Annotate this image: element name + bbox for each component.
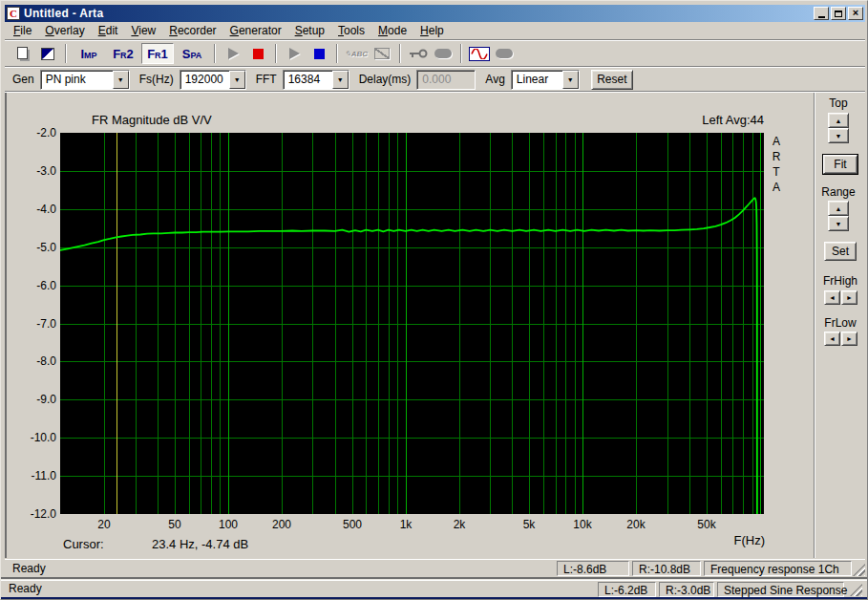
fr2-mode-button[interactable]: Fr2: [107, 43, 139, 64]
impulse-mode-button[interactable]: Imp: [73, 43, 105, 64]
resize-grip[interactable]: [853, 564, 865, 576]
top-label: Top: [814, 96, 863, 110]
chevron-down-icon[interactable]: ▼: [229, 71, 245, 89]
menu-generator[interactable]: Generator: [223, 22, 288, 39]
y-tick-label: -8.0: [16, 354, 56, 368]
range-label: Range: [814, 185, 863, 199]
menu-setup[interactable]: Setup: [288, 22, 331, 39]
generator-value: PN pink: [41, 71, 90, 89]
range-down-button[interactable]: ▼: [828, 216, 849, 231]
color-mode-icon: [41, 48, 54, 60]
close-icon: ×: [853, 8, 858, 18]
minimize-icon: [818, 16, 825, 18]
calibration-button[interactable]: [407, 43, 430, 64]
menu-recorder[interactable]: Recorder: [162, 22, 222, 39]
resize-grip[interactable]: [850, 584, 862, 596]
menu-tools[interactable]: Tools: [331, 22, 371, 39]
y-tick-label: -4.0: [16, 203, 56, 216]
fs-label: Fs(Hz): [139, 73, 174, 86]
level-meter-button[interactable]: [432, 43, 455, 64]
toolbar-separator: [460, 44, 462, 63]
menu-overlay[interactable]: Overlay: [38, 22, 91, 39]
record-icon: [253, 49, 264, 59]
divider: [5, 91, 865, 93]
frlow-increase-button[interactable]: ►: [841, 332, 857, 346]
new-document-button[interactable]: [11, 43, 34, 64]
background-window-status-bar: Ready L:-6.2dB R:-3.0dB Stepped Sine Res…: [1, 580, 868, 597]
stop-generator-button[interactable]: [307, 43, 330, 64]
right-level-panel: R:-10.8dB: [632, 561, 701, 576]
frhigh-decrease-button[interactable]: ◄: [824, 290, 840, 305]
x-tick-label: 500: [331, 518, 373, 531]
cursor-readout-label: Cursor:: [63, 537, 104, 551]
top-down-button[interactable]: ▼: [828, 128, 849, 143]
y-tick-label: -6.0: [16, 279, 56, 292]
menu-help[interactable]: Help: [413, 22, 451, 39]
menu-edit[interactable]: Edit: [92, 22, 125, 39]
toolbar-separator: [399, 44, 401, 63]
spectrum-mode-button[interactable]: Spa: [176, 43, 208, 64]
right-level-panel: R:-3.0dB: [659, 582, 714, 597]
calibration-key-icon: [409, 48, 428, 59]
frhigh-increase-button[interactable]: ►: [841, 290, 857, 305]
menu-file[interactable]: File: [7, 22, 38, 39]
frlow-decrease-button[interactable]: ◄: [824, 332, 840, 346]
signal-generator-button[interactable]: [468, 43, 491, 64]
delay-input[interactable]: 0.000: [416, 70, 476, 90]
close-button[interactable]: ×: [848, 7, 863, 20]
fr1-mode-button[interactable]: Fr1: [141, 43, 174, 64]
cursor-readout-value: 23.4 Hz, -4.74 dB: [152, 537, 248, 551]
averaging-select[interactable]: Linear ▼: [511, 70, 580, 90]
abc-annotate-icon: ✎ABC: [345, 50, 368, 58]
maximize-button[interactable]: [831, 7, 846, 20]
chevron-down-icon[interactable]: ▼: [562, 71, 579, 89]
toolbar-separator: [65, 44, 67, 63]
set-button[interactable]: Set: [824, 242, 857, 261]
frhigh-label: FrHigh: [815, 274, 865, 288]
left-level-panel: L:-6.2dB: [598, 582, 656, 597]
menu-bar: FileOverlayEditViewRecorderGeneratorSetu…: [5, 22, 865, 39]
arta-watermark: ARTA: [769, 134, 784, 195]
title-bar[interactable]: C Untitled - Arta ×: [5, 5, 865, 22]
reset-button[interactable]: Reset: [591, 70, 633, 90]
app-icon[interactable]: C: [7, 7, 20, 20]
frequency-response-curve: [60, 133, 764, 514]
plot-canvas[interactable]: [60, 133, 764, 514]
level-meter2-button[interactable]: [493, 43, 516, 64]
mode-panel: Frequency response 1Ch: [704, 561, 852, 576]
record-button[interactable]: [246, 43, 269, 64]
arta-window: C Untitled - Arta × FileOverlayEditViewR…: [0, 0, 868, 600]
toolbar-separator: [275, 44, 277, 63]
x-tick-label: 10k: [561, 518, 603, 531]
y-tick-label: -12.0: [16, 507, 56, 521]
averaging-value: Linear: [512, 71, 552, 89]
x-axis-label: F(Hz): [704, 533, 765, 547]
y-tick-label: -3.0: [16, 164, 56, 178]
top-up-button[interactable]: ▲: [828, 113, 849, 128]
chevron-down-icon[interactable]: ▼: [113, 71, 129, 89]
generator-select[interactable]: PN pink ▼: [40, 70, 130, 90]
color-mode-button[interactable]: [36, 43, 59, 64]
client-edge: [5, 93, 7, 558]
measurement-toolbar: Gen PN pink ▼ Fs(Hz) 192000 ▼ FFT 16384 …: [5, 68, 865, 91]
chevron-down-icon[interactable]: ▼: [332, 71, 349, 89]
annotate-button[interactable]: ✎ABC: [344, 43, 369, 64]
play-record-button[interactable]: [222, 43, 244, 64]
minimize-button[interactable]: [814, 7, 829, 20]
x-tick-label: 5k: [508, 518, 550, 531]
range-up-button[interactable]: ▲: [828, 201, 849, 216]
menu-mode[interactable]: Mode: [371, 22, 413, 39]
sample-rate-select[interactable]: 192000 ▼: [180, 70, 246, 90]
fft-label: FFT: [256, 73, 277, 86]
status-text: Ready: [9, 582, 42, 595]
menu-view[interactable]: View: [124, 22, 162, 39]
status-text: Ready: [12, 562, 46, 575]
x-tick-label: 20k: [615, 518, 657, 531]
overlay-off-button[interactable]: [370, 43, 393, 64]
delay-label: Delay(ms): [359, 73, 412, 86]
overlay-off-icon: [374, 48, 390, 59]
fit-button[interactable]: Fit: [823, 155, 857, 174]
toolbar-separator: [336, 44, 338, 63]
play-generator-button[interactable]: [283, 43, 306, 64]
fft-size-select[interactable]: 16384 ▼: [283, 70, 349, 90]
